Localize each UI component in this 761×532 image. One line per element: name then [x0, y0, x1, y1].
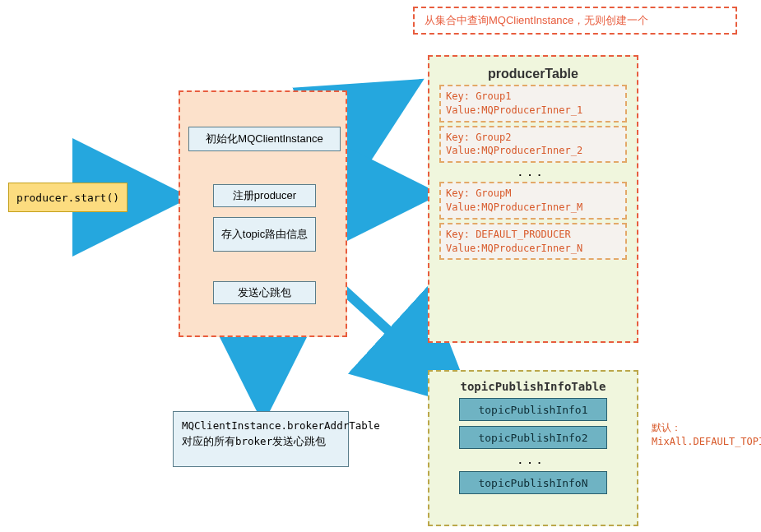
- producer-row-0-key: Group1: [476, 90, 511, 102]
- producer-row-3-value: MQProducerInner_N: [481, 243, 582, 254]
- step-register-producer-label: 注册producer: [233, 188, 296, 203]
- step-init-client-label: 初始化MQClientInstance: [206, 132, 322, 146]
- producer-row-1: Key: Group2 Value:MQProducerInner_2: [439, 126, 627, 164]
- step-heartbeat: 发送心跳包: [213, 281, 316, 304]
- default-topic-note: 默认： MixAll.DEFAULT_TOPIC: [652, 421, 761, 449]
- main-container: 初始化MQClientInstance 注册producer 存入topic路由…: [179, 90, 347, 337]
- topic-item-1: topicPublishInfo2: [459, 426, 607, 449]
- default-topic-note-l1: 默认：: [652, 422, 681, 433]
- step-store-topic-label: 存入topic路由信息: [221, 228, 308, 242]
- producer-row-2-value: MQProducerInner_M: [481, 201, 582, 213]
- step-store-topic: 存入topic路由信息: [213, 217, 316, 252]
- producer-table: producerTable Key: Group1 Value:MQProduc…: [428, 55, 638, 343]
- step-register-producer: 注册producer: [213, 184, 316, 207]
- producer-row-1-value: MQProducerInner_2: [481, 145, 582, 156]
- heartbeat-box: MQClientInstance.brokerAddrTable对应的所有bro…: [173, 411, 349, 467]
- producer-row-0-value: MQProducerInner_1: [481, 104, 582, 116]
- step-init-client: 初始化MQClientInstance: [188, 127, 341, 151]
- note-query-instance: 从集合中查询MQClientInstance，无则创建一个: [413, 7, 737, 35]
- topic-item-2: topicPublishInfoN: [459, 471, 607, 494]
- producer-row-2: Key: GroupM Value:MQProducerInner_M: [439, 182, 627, 220]
- producer-row-1-key: Group2: [476, 132, 511, 143]
- producer-row-3: Key: DEFAULT_PRODUCER Value:MQProducerIn…: [439, 223, 627, 261]
- producer-row-2-key: GroupM: [476, 187, 511, 199]
- producer-row-3-key: DEFAULT_PRODUCER: [476, 229, 571, 240]
- topic-table: topicPublishInfoTable topicPublishInfo1 …: [428, 370, 638, 526]
- topic-table-title: topicPublishInfoTable: [429, 380, 637, 393]
- arrows-layer: [0, 0, 761, 532]
- topic-item-0: topicPublishInfo1: [459, 398, 607, 421]
- topic-ellipsis: ...: [429, 454, 637, 466]
- producer-table-title: producerTable: [429, 67, 637, 81]
- step-heartbeat-label: 发送心跳包: [238, 285, 291, 300]
- default-topic-note-l2: MixAll.DEFAULT_TOPIC: [652, 436, 761, 447]
- start-label: producer.start(): [16, 192, 119, 204]
- note-query-instance-label: 从集合中查询MQClientInstance，无则创建一个: [425, 13, 648, 28]
- producer-ellipsis: ...: [429, 166, 637, 178]
- start-box: producer.start(): [8, 183, 128, 212]
- producer-row-0: Key: Group1 Value:MQProducerInner_1: [439, 85, 627, 123]
- heartbeat-box-text: MQClientInstance.brokerAddrTable对应的所有bro…: [182, 419, 380, 447]
